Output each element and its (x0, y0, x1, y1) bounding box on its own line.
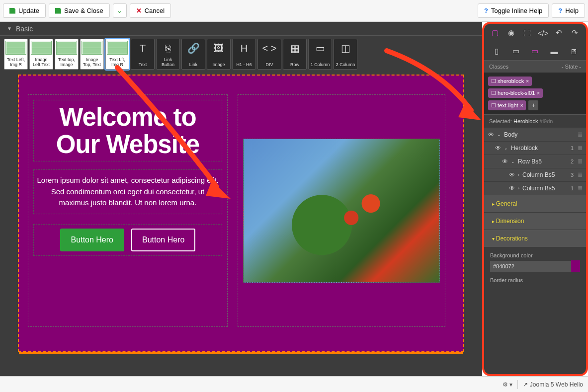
fullscreen-icon[interactable]: ⛶ (522, 28, 532, 38)
decorations-body: Background color Border radius (484, 247, 586, 290)
blocks-panel-header[interactable]: Basic (0, 22, 482, 36)
class-tag-hero-block-sl01[interactable]: ☐ hero-block-sl01 × (488, 88, 543, 98)
laptop-icon[interactable]: ▬ (549, 46, 559, 56)
hero-column-right[interactable] (238, 94, 445, 327)
device-row: ▯ ▭ ▭ ▬ 🖥 (484, 42, 586, 61)
classes-box: ☐ xheroblock ×☐ hero-block-sl01 ×☐ text-… (484, 73, 586, 114)
undo-icon[interactable]: ↶ (554, 28, 564, 38)
visibility-icon[interactable]: 👁 (488, 131, 494, 138)
remove-class-icon[interactable]: × (537, 90, 540, 96)
tree-row-column-bs5[interactable]: 👁›Column Bs51⁞⁞ (484, 182, 586, 195)
block-text-left-img-r[interactable]: Text Left, Img R (4, 39, 28, 70)
tree-row-heroblock[interactable]: 👁⌄Heroblock1⁞⁞ (484, 142, 586, 155)
visibility-icon[interactable]: 👁 (509, 185, 515, 192)
block-1-column[interactable]: ▭1 Column (308, 39, 332, 70)
open-site-link[interactable]: ↗ Joomla 5 Web Hello (523, 381, 583, 388)
code-icon[interactable]: </> (538, 28, 548, 38)
remove-class-icon[interactable]: × (520, 103, 523, 108)
selection-outline (19, 352, 463, 354)
hero-column-left[interactable]: Welcome to Our Website Lorem ipsum dolor… (28, 94, 228, 327)
redo-icon[interactable]: ↷ (570, 28, 580, 38)
hero-buttons-row[interactable]: Button Hero Button Hero (33, 224, 222, 256)
block-text-lft-img-r[interactable]: Text Lft, Img R (105, 39, 129, 70)
block-h1-h6[interactable]: HH1 - H6 (232, 39, 256, 70)
layer-tree: 👁⌄Body⁞⁞👁⌄Heroblock1⁞⁞👁⌄Row Bs52⁞⁞👁›Colu… (484, 128, 586, 195)
move-icon[interactable]: ⁞⁞ (578, 185, 582, 192)
block-row[interactable]: ▦Row (283, 39, 307, 70)
save-icon (55, 8, 61, 14)
move-icon[interactable]: ⁞⁞ (578, 158, 582, 165)
block-2-column[interactable]: ◫2 Column (334, 39, 357, 70)
hero-button-primary[interactable]: Button Hero (60, 229, 124, 251)
top-toolbar: Update Save & Close ⌄ ✕Cancel ?Toggle In… (0, 0, 588, 22)
gear-icon[interactable]: ⚙ ▾ (503, 381, 512, 388)
tree-row-row-bs5[interactable]: 👁⌄Row Bs52⁞⁞ (484, 155, 586, 168)
cancel-button[interactable]: ✕Cancel (130, 3, 171, 18)
move-icon[interactable]: ⁞⁞ (578, 145, 582, 152)
visibility-icon[interactable]: 👁 (495, 145, 501, 152)
block-image[interactable]: 🖼Image (207, 39, 231, 70)
block-image-left-text[interactable]: Image Left,Text (29, 39, 53, 70)
panel-mode-row: ▢ ◉ ⛶ </> ↶ ↷ (484, 24, 586, 42)
visibility-icon[interactable]: 👁 (502, 158, 508, 165)
add-class-button[interactable]: + (528, 100, 538, 110)
tree-row-column-bs5[interactable]: 👁›Column Bs53⁞⁞ (484, 168, 586, 182)
move-icon[interactable]: ⁞⁞ (578, 171, 582, 178)
style-panel: ▢ ◉ ⛶ </> ↶ ↷ ▯ ▭ ▭ ▬ 🖥 Classes - State … (482, 22, 588, 376)
save-dropdown-button[interactable]: ⌄ (113, 3, 127, 18)
tablet-landscape-icon[interactable]: ▭ (530, 46, 540, 56)
update-button[interactable]: Update (3, 3, 46, 18)
preview-icon[interactable]: ◉ (506, 28, 516, 38)
bgcolor-input[interactable] (490, 261, 571, 272)
border-radius-label: Border radius (490, 277, 580, 283)
remove-class-icon[interactable]: × (526, 78, 529, 84)
block-text[interactable]: TText (131, 39, 155, 70)
block-link-button[interactable]: ⎘Link Button (156, 39, 180, 70)
class-tag-text-light[interactable]: ☐ text-light × (488, 100, 526, 110)
class-tag-xheroblock[interactable]: ☐ xheroblock × (488, 77, 532, 86)
move-icon[interactable]: ⁞⁞ (578, 131, 582, 138)
save-close-button[interactable]: Save & Close (49, 3, 110, 18)
toggle-inline-help-button[interactable]: ?Toggle Inline Help (478, 3, 549, 18)
blocks-row: Text Left, Img RImage Left,TextText top,… (0, 36, 482, 73)
classes-header: Classes - State - (484, 61, 586, 73)
help-button[interactable]: ?Help (552, 3, 585, 18)
bgcolor-label: Background color (490, 252, 580, 258)
accordion-general[interactable]: General (484, 195, 586, 213)
help-icon: ? (484, 7, 488, 14)
save-icon (9, 8, 15, 14)
block-text-top-image[interactable]: Text top, Image (55, 39, 79, 70)
tree-row-body[interactable]: 👁⌄Body⁞⁞ (484, 128, 586, 142)
selected-line: Selected: Heroblock #i9dn (484, 114, 586, 128)
hero-image[interactable] (243, 139, 440, 283)
accordion-dimension[interactable]: Dimension (484, 213, 586, 230)
help-icon: ? (558, 7, 562, 14)
cancel-icon: ✕ (136, 7, 142, 14)
accordion-decorations[interactable]: Decorations (484, 230, 586, 247)
hero-title[interactable]: Welcome to Our Website (33, 100, 222, 161)
desktop-icon[interactable]: 🖥 (569, 46, 579, 56)
hero-block[interactable]: Welcome to Our Website Lorem ipsum dolor… (18, 75, 464, 352)
block-image-top-text[interactable]: Image Top, Text (80, 39, 104, 70)
hero-text[interactable]: Lorem ipsum dolor sit amet, consectetur … (33, 169, 222, 214)
state-dropdown[interactable]: - State - (562, 64, 581, 70)
editor-main: Basic Text Left, Img RImage Left,TextTex… (0, 22, 482, 376)
block-div[interactable]: < >DIV (257, 39, 281, 70)
styles-tab-icon[interactable]: ▢ (490, 28, 500, 38)
visibility-icon[interactable]: 👁 (509, 171, 515, 178)
mobile-icon[interactable]: ▯ (492, 46, 502, 56)
tablet-portrait-icon[interactable]: ▭ (511, 46, 521, 56)
canvas[interactable]: Welcome to Our Website Lorem ipsum dolor… (0, 73, 482, 376)
bgcolor-swatch[interactable] (571, 260, 580, 272)
hero-button-outline[interactable]: Button Hero (131, 229, 195, 251)
block-link[interactable]: 🔗Link (181, 39, 205, 70)
bottom-bar: ⚙ ▾ ↗ Joomla 5 Web Hello (0, 376, 588, 392)
